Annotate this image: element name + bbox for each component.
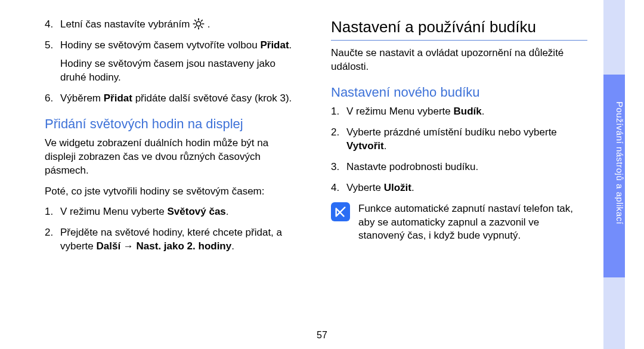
list-item: Vyberte prázdné umístění budíku nebo vyb… — [331, 126, 587, 153]
list-item-text: Letní čas nastavíte vybráním — [60, 18, 193, 30]
chapter-tab: Používání nástrojů a aplikací — [603, 0, 625, 349]
page-body: Letní čas nastavíte vybráním — [45, 18, 587, 316]
indented-note: Hodiny se světovým časem jsou nastaveny … — [45, 57, 301, 85]
list-item: Letní čas nastavíte vybráním — [45, 18, 301, 32]
h2-add-world-clock: Přidání světových hodin na displej — [45, 116, 301, 132]
h2-new-alarm: Nastavení nového budíku — [331, 85, 587, 100]
note-icon — [331, 202, 350, 221]
list-item-text: . — [384, 140, 387, 152]
list-item-text: . — [231, 240, 234, 252]
paragraph: Ve widgetu zobrazení duálních hodin může… — [45, 137, 301, 178]
list-item-bold: Budík — [454, 106, 482, 117]
list-item: V režimu Menu vyberte Budík. — [331, 105, 587, 119]
list-item-text: V režimu Menu vyberte — [60, 206, 168, 217]
note-box: Funkce automatické zapnutí nastaví telef… — [331, 202, 587, 243]
list-item-text: Nastavte podrobnosti budíku. — [346, 161, 478, 172]
list-item-text: . — [289, 39, 292, 51]
list-item: Vyberte Uložit. — [331, 181, 587, 195]
svg-line-6 — [202, 27, 203, 28]
list-item-text: V režimu Menu vyberte — [346, 106, 454, 117]
left-steps-b: V režimu Menu vyberte Světový čas. Přejd… — [45, 205, 301, 254]
svg-point-0 — [196, 21, 201, 26]
list-item: Výběrem Přidat přidáte další světové čas… — [45, 92, 301, 106]
list-item-text: . — [411, 182, 414, 193]
page-number: 57 — [0, 330, 644, 341]
list-item: V režimu Menu vyberte Světový čas. — [45, 205, 301, 219]
list-item-bold: Světový čas — [168, 206, 226, 217]
list-item: Přejděte na světové hodiny, které chcete… — [45, 226, 301, 254]
svg-line-8 — [202, 20, 203, 21]
paragraph: Poté, co jste vytvořili hodiny se světov… — [45, 185, 301, 199]
list-item-text: Hodiny se světovým časem vytvoříte volbo… — [60, 39, 260, 51]
list-item-text: Vyberte — [346, 182, 384, 193]
svg-line-7 — [195, 27, 196, 28]
left-steps-a: Letní čas nastavíte vybráním — [45, 18, 301, 52]
list-item-text: Výběrem — [60, 92, 104, 104]
left-column: Letní čas nastavíte vybráním — [45, 18, 301, 316]
list-item-text: . — [208, 18, 210, 30]
list-item-bold: Uložit — [384, 182, 411, 193]
list-item: Hodiny se světovým časem vytvoříte volbo… — [45, 39, 301, 52]
list-item-bold: Přidat — [104, 92, 132, 104]
list-item-bold: Vytvořit — [346, 140, 384, 152]
svg-line-5 — [195, 20, 196, 21]
list-item-bold: Další → Nast. jako 2. hodiny — [96, 240, 231, 252]
paragraph: Naučte se nastavit a ovládat upozornění … — [331, 47, 587, 74]
right-column: Nastavení a používání budíku Naučte se n… — [331, 18, 587, 316]
right-steps: V režimu Menu vyberte Budík. Vyberte prá… — [331, 105, 587, 195]
list-item-text: přidáte další světové časy (krok 3). — [132, 92, 292, 104]
list-item-text: . — [226, 206, 229, 217]
list-item-bold: Přidat — [260, 39, 289, 51]
left-steps-a2: Výběrem Přidat přidáte další světové čas… — [45, 92, 301, 106]
list-item-text: . — [482, 106, 485, 117]
chapter-tab-label: Používání nástrojů a aplikací — [603, 101, 625, 224]
sun-icon — [193, 18, 205, 30]
note-text: Funkce automatické zapnutí nastaví telef… — [358, 202, 587, 243]
list-item-text: Vyberte prázdné umístění budíku nebo vyb… — [346, 126, 557, 138]
list-item: Nastavte podrobnosti budíku. — [331, 160, 587, 174]
h1-alarm: Nastavení a používání budíku — [331, 18, 587, 41]
